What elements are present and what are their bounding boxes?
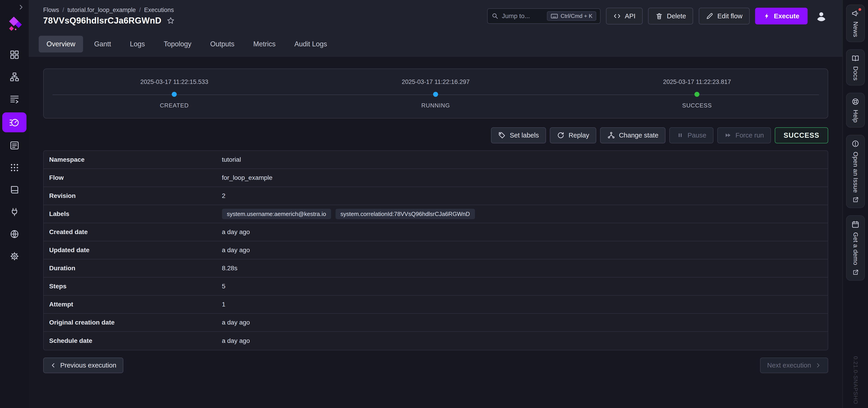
row-value: 8.28s — [222, 264, 238, 272]
running-state-dot — [433, 92, 438, 97]
docs-book-icon — [851, 54, 860, 62]
execute-button-label: Execute — [774, 12, 800, 20]
row-label: Labels — [49, 210, 222, 218]
api-button[interactable]: API — [606, 8, 642, 24]
delete-button-label: Delete — [667, 12, 686, 20]
rail-item-docs[interactable]: Docs — [846, 49, 865, 86]
main-column: Flows / tutorial.for_loop_example / Exec… — [29, 0, 842, 408]
api-button-label: API — [625, 12, 636, 20]
label-chip: system.correlationId:78VVsQ96hdlsrCJa6RG… — [336, 209, 475, 219]
sidebar-item-flows[interactable] — [4, 68, 25, 86]
sidebar-expand-button[interactable] — [17, 3, 25, 11]
gear-icon — [9, 251, 20, 261]
row-label: Steps — [49, 283, 222, 290]
news-notification-dot — [859, 8, 861, 11]
force-run-button[interactable]: Force run — [717, 127, 771, 144]
sidebar-item-settings[interactable] — [4, 247, 25, 265]
tab-outputs[interactable]: Outputs — [203, 36, 242, 53]
sidebar-item-logs[interactable] — [4, 90, 25, 108]
search-input[interactable] — [502, 12, 544, 20]
breadcrumb-flow-id[interactable]: tutorial.for_loop_example — [67, 6, 136, 13]
success-state-dot — [694, 92, 700, 97]
sidebar-item-plugins[interactable] — [4, 203, 25, 221]
tab-metrics[interactable]: Metrics — [246, 36, 283, 53]
replay-button[interactable]: Replay — [550, 127, 596, 144]
timeline-event-running: 2025-03-17 11:22:16.297 RUNNING — [305, 69, 566, 118]
execute-button[interactable]: Execute — [755, 8, 808, 24]
rail-item-open-an-issue[interactable]: Open an Issue — [846, 135, 865, 208]
tab-audit-logs[interactable]: Audit Logs — [287, 36, 335, 53]
tab-logs[interactable]: Logs — [122, 36, 153, 53]
row-value: tutorial — [222, 156, 241, 163]
row-label: Attempt — [49, 301, 222, 308]
row-value: 2 — [222, 192, 226, 199]
table-row: Labels system.username:aemerich@kestra.i… — [44, 205, 828, 223]
chevron-right-icon — [18, 4, 24, 10]
sidebar-item-docs[interactable] — [4, 181, 25, 198]
execution-actions: Set labels Replay Change state Pause For… — [43, 127, 828, 144]
rail-item-help[interactable]: Help — [846, 93, 865, 128]
next-execution-label: Next execution — [767, 362, 811, 369]
jump-to-search[interactable]: Ctrl/Cmd + K — [487, 8, 601, 24]
tab-overview[interactable]: Overview — [39, 36, 83, 53]
tab-topology[interactable]: Topology — [156, 36, 199, 53]
rail-item-get-a-demo[interactable]: Get a demo — [846, 215, 865, 281]
table-row: Namespace tutorial — [44, 151, 828, 169]
kestra-logo-icon — [6, 16, 23, 33]
sidebar-item-dashboard[interactable] — [4, 46, 25, 64]
force-run-label: Force run — [735, 131, 764, 139]
set-labels-button[interactable]: Set labels — [491, 127, 546, 144]
executions-icon — [9, 117, 20, 127]
row-label: Original creation date — [49, 319, 222, 326]
favorite-star-icon[interactable] — [166, 17, 175, 25]
breadcrumb-executions[interactable]: Executions — [144, 6, 174, 13]
top-bar: Flows / tutorial.for_loop_example / Exec… — [29, 0, 842, 32]
top-bar-left: Flows / tutorial.for_loop_example / Exec… — [43, 6, 175, 26]
breadcrumb-flows[interactable]: Flows — [43, 6, 59, 13]
trash-icon — [655, 12, 663, 20]
replay-icon — [557, 131, 564, 139]
table-row: Schedule date a day ago — [44, 332, 828, 350]
table-row: Steps 5 — [44, 278, 828, 295]
next-execution-button[interactable]: Next execution — [760, 357, 828, 373]
calendar-icon — [851, 220, 860, 229]
force-run-icon — [724, 132, 732, 139]
pause-label: Pause — [687, 131, 706, 139]
sidebar-item-executions[interactable] — [2, 113, 27, 132]
lightning-icon — [764, 12, 770, 20]
change-state-button[interactable]: Change state — [600, 127, 665, 144]
row-label: Created date — [49, 228, 222, 236]
table-row: Revision 2 — [44, 187, 828, 205]
kestra-logo[interactable] — [6, 16, 23, 33]
row-value: 5 — [222, 283, 226, 290]
breadcrumb: Flows / tutorial.for_loop_example / Exec… — [43, 6, 175, 13]
sidebar-item-apps[interactable] — [4, 159, 25, 177]
row-value: a day ago — [222, 247, 250, 254]
edit-flow-button[interactable]: Edit flow — [699, 8, 750, 24]
row-value: system.username:aemerich@kestra.io syste… — [222, 209, 475, 219]
tab-gantt[interactable]: Gantt — [87, 36, 119, 53]
previous-execution-button[interactable]: Previous execution — [43, 357, 124, 373]
label-chip: system.username:aemerich@kestra.io — [222, 209, 331, 219]
api-icon — [613, 12, 621, 20]
chevron-left-icon — [50, 362, 56, 369]
set-labels-label: Set labels — [510, 131, 539, 139]
row-label: Flow — [49, 174, 222, 181]
user-avatar[interactable] — [814, 9, 828, 23]
rail-item-news[interactable]: News — [846, 4, 865, 42]
row-value: a day ago — [222, 319, 250, 326]
sidebar-item-instance[interactable] — [4, 225, 25, 243]
previous-execution-label: Previous execution — [60, 362, 116, 369]
rail-item-label: Get a demo — [852, 232, 859, 265]
pause-button[interactable]: Pause — [669, 127, 713, 144]
delete-button[interactable]: Delete — [648, 8, 693, 24]
issue-alert-icon — [851, 139, 860, 148]
rail-item-label: Help — [852, 110, 859, 123]
pause-icon — [677, 132, 684, 139]
table-row: Original creation date a day ago — [44, 314, 828, 332]
sidebar-item-blueprints[interactable] — [4, 136, 25, 154]
row-label: Revision — [49, 192, 222, 199]
created-state-dot — [172, 92, 177, 97]
table-row: Duration 8.28s — [44, 259, 828, 278]
rail-item-label: Open an Issue — [852, 152, 859, 193]
